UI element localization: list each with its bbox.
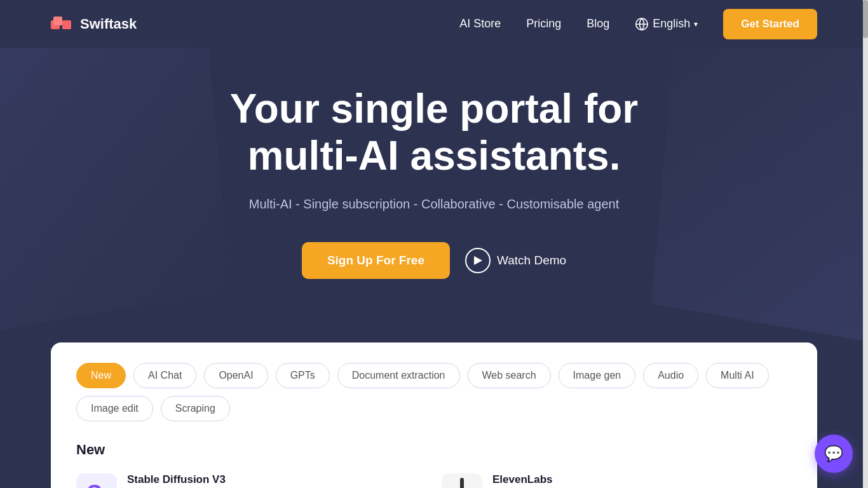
- filter-tag-document-extraction[interactable]: Document extraction: [337, 363, 460, 388]
- get-started-button[interactable]: Get Started: [723, 9, 817, 39]
- hero-subtitle: Multi-AI - Single subscription - Collabo…: [13, 197, 855, 212]
- filter-tag-ai-chat[interactable]: AI Chat: [133, 363, 196, 388]
- filter-tag-multi-ai[interactable]: Multi AI: [706, 363, 768, 388]
- play-triangle-icon: [474, 256, 482, 265]
- stable-diffusion-icon: S.: [76, 473, 117, 488]
- hero-buttons: Sign Up For Free Watch Demo: [13, 242, 855, 279]
- filter-tags: NewAI ChatOpenAIGPTsDocument extractionW…: [76, 363, 792, 421]
- filter-tag-new[interactable]: New: [76, 363, 126, 388]
- filter-tag-web-search[interactable]: Web search: [468, 363, 551, 388]
- filter-tag-scraping[interactable]: Scraping: [161, 396, 230, 421]
- play-circle-icon: [465, 248, 491, 273]
- chat-widget-icon: 💬: [824, 445, 843, 463]
- ai-card-stable-diffusion: S. Stable Diffusion V3 Generate images u…: [76, 473, 426, 488]
- nav-ai-store[interactable]: AI Store: [459, 17, 501, 30]
- language-selector[interactable]: English ▾: [635, 17, 698, 31]
- nav-links: AI Store Pricing Blog English ▾ Get Star…: [459, 9, 817, 39]
- elevenlabs-icon: [442, 473, 482, 488]
- stable-diffusion-name: Stable Diffusion V3: [127, 473, 426, 486]
- filter-tag-gpts[interactable]: GPTs: [276, 363, 330, 388]
- stable-diffusion-info: Stable Diffusion V3 Generate images usin…: [127, 473, 426, 488]
- filter-tag-image-edit[interactable]: Image edit: [76, 396, 153, 421]
- watch-demo-button[interactable]: Watch Demo: [465, 248, 566, 273]
- svg-rect-2: [62, 20, 71, 29]
- hero-content: Your single portal for multi-AI assistan…: [13, 86, 855, 279]
- scrollbar-track[interactable]: [863, 0, 868, 488]
- hero-title: Your single portal for multi-AI assistan…: [180, 86, 688, 179]
- logo-text: Swiftask: [80, 16, 137, 32]
- content-card: NewAI ChatOpenAIGPTsDocument extractionW…: [51, 342, 817, 488]
- elevenlabs-info: ElevenLabs Create the most realistic spe…: [492, 473, 648, 488]
- language-label: English: [653, 17, 690, 30]
- svg-rect-1: [53, 17, 62, 25]
- logo-icon: [51, 15, 74, 33]
- filter-tag-openai[interactable]: OpenAI: [204, 363, 268, 388]
- signup-button[interactable]: Sign Up For Free: [302, 242, 450, 279]
- navbar: Swiftask AI Store Pricing Blog English ▾…: [0, 0, 868, 48]
- nav-pricing[interactable]: Pricing: [526, 17, 561, 30]
- chevron-down-icon: ▾: [694, 20, 698, 29]
- globe-icon: [635, 17, 649, 31]
- elevenlabs-name: ElevenLabs: [492, 473, 648, 486]
- section-title: New: [76, 442, 792, 458]
- hero-section: Your single portal for multi-AI assistan…: [0, 48, 868, 342]
- filter-tag-audio[interactable]: Audio: [643, 363, 698, 388]
- scrollbar-thumb[interactable]: [863, 0, 868, 38]
- cards-row: S. Stable Diffusion V3 Generate images u…: [76, 473, 792, 488]
- sd-letter: S.: [86, 480, 107, 488]
- ai-card-elevenlabs: ElevenLabs Create the most realistic spe…: [442, 473, 792, 488]
- chat-widget[interactable]: 💬: [815, 435, 853, 473]
- logo[interactable]: Swiftask: [51, 15, 137, 33]
- el-bar-1: [460, 478, 464, 488]
- nav-blog[interactable]: Blog: [587, 17, 609, 30]
- filter-tag-image-gen[interactable]: Image gen: [559, 363, 636, 388]
